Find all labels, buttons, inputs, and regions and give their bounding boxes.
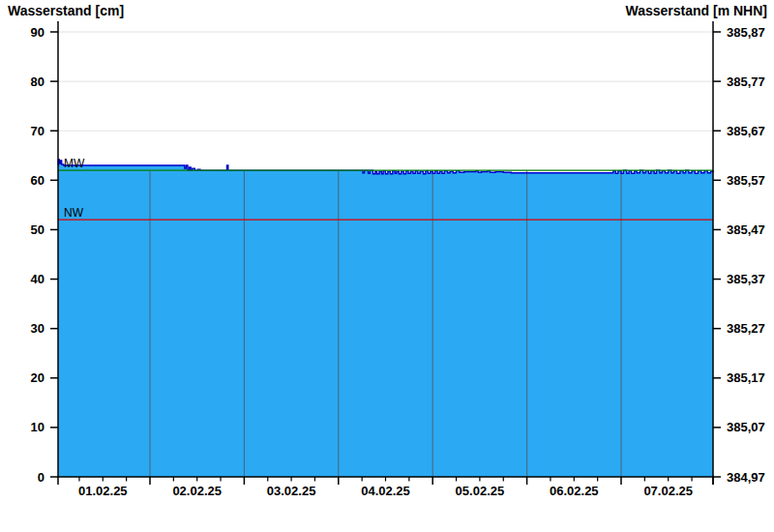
nw-label: NW	[64, 206, 84, 220]
y-tick-label-left: 50	[31, 222, 45, 237]
x-tick-label: 06.02.25	[550, 484, 599, 498]
y-tick-label-left: 60	[31, 173, 45, 188]
y-tick-label-right: 385,77	[727, 74, 765, 89]
y-tick-label-right: 385,57	[727, 173, 765, 188]
x-tick-label: 04.02.25	[361, 484, 410, 498]
y-tick-label-left: 40	[31, 272, 45, 286]
water-level-chart: Wasserstand [cm] Wasserstand [m NHN] 038…	[0, 0, 774, 532]
water-area	[58, 160, 713, 477]
y-tick-label-left: 20	[31, 370, 45, 385]
y-tick-label-right: 385,27	[727, 321, 765, 336]
y-tick-label-left: 30	[31, 321, 45, 336]
chart-canvas: 0384,9710385,0720385,1730385,2740385,375…	[0, 0, 774, 532]
y-tick-label-left: 70	[31, 124, 45, 138]
y-tick-label-right: 385,37	[727, 272, 765, 286]
y-tick-label-right: 385,67	[727, 124, 765, 138]
x-tick-label: 05.02.25	[456, 484, 505, 498]
x-tick-label: 07.02.25	[643, 484, 693, 498]
x-tick-label: 01.02.25	[78, 484, 128, 498]
y-tick-label-right: 385,17	[727, 370, 765, 385]
y-tick-label-left: 90	[31, 25, 45, 40]
y-tick-label-right: 385,87	[727, 25, 765, 40]
y-tick-label-left: 0	[38, 470, 45, 485]
y-tick-label-right: 385,47	[727, 222, 765, 237]
x-tick-label: 02.02.25	[172, 484, 222, 498]
y-tick-label-right: 384,97	[727, 470, 765, 485]
y-tick-label-left: 80	[31, 74, 45, 89]
y-tick-label-right: 385,07	[727, 420, 765, 434]
x-tick-label: 03.02.25	[267, 484, 316, 498]
y-tick-label-left: 10	[31, 420, 45, 434]
mw-label: MW	[64, 157, 85, 170]
